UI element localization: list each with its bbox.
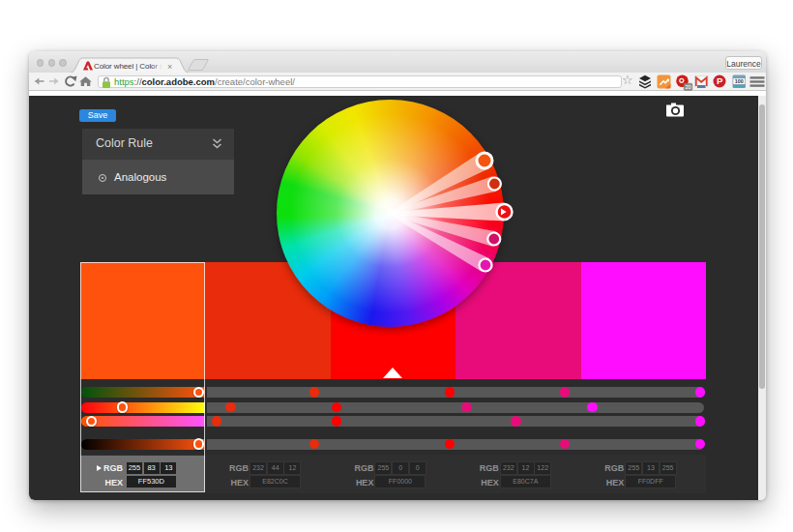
svg-text:100: 100	[735, 78, 744, 84]
svg-text:P: P	[717, 75, 723, 86]
svg-text:20: 20	[685, 84, 690, 90]
svg-text:×: ×	[167, 62, 172, 72]
